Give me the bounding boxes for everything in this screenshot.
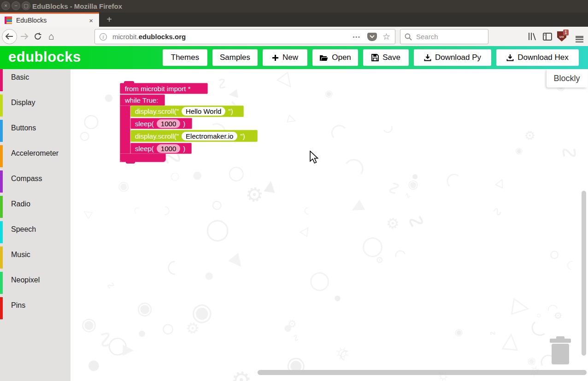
plus-icon — [272, 54, 279, 61]
category-color-strip — [0, 272, 3, 294]
sidebar-item-display[interactable]: Display — [0, 94, 71, 120]
sidebar-item-accelerometer[interactable]: Accelerometer — [0, 145, 71, 170]
block-sleep-2[interactable]: sleep( 1000 ) — [130, 143, 192, 154]
vertical-scrollbar[interactable] — [582, 191, 586, 356]
block-sleep-1[interactable]: sleep( 1000 ) — [130, 118, 192, 129]
category-color-strip — [0, 145, 3, 167]
edublocks-header: edublocks Themes Samples New Open Save D… — [0, 46, 588, 69]
library-icon[interactable] — [525, 27, 539, 46]
home-button[interactable]: ⌂ — [45, 27, 57, 46]
category-color-strip — [0, 297, 3, 319]
search-icon — [405, 33, 412, 41]
sidebar-item-neopixel[interactable]: Neopixel — [0, 272, 71, 297]
blockly-workspace[interactable]: ☼△◉∿⚙◯◯⚙∿●⚙∿◯▲⚙⚙◡○∿◡◉●△◡◉◉◠◯∿▲▲◯∿◯◉○◉⚙∿◡… — [71, 69, 588, 381]
menu-hamburger-icon[interactable] — [572, 27, 587, 46]
folder-open-icon — [319, 54, 328, 61]
browser-tab-edublocks[interactable]: EduBlocks × — [0, 12, 99, 27]
download-icon — [506, 54, 514, 61]
themes-button[interactable]: Themes — [163, 49, 207, 66]
site-info-icon[interactable]: i — [100, 33, 107, 41]
window-close-button[interactable]: × — [1, 1, 10, 10]
pocket-icon[interactable] — [367, 33, 377, 41]
sleep-duration-input-1[interactable]: 1000 — [157, 119, 180, 128]
bookmark-star-icon[interactable]: ☆ — [382, 31, 390, 42]
tab-close-icon[interactable]: × — [88, 17, 94, 24]
header-button-row: Themes Samples New Open Save Download Py… — [163, 49, 579, 66]
while-block-foot[interactable] — [120, 153, 166, 162]
browser-navigation-bar: ⌂ i microbit.edublocks.org ••• ☆ Search … — [0, 27, 588, 46]
sidebar-item-radio[interactable]: Radio — [0, 196, 71, 221]
page-actions-icon[interactable]: ••• — [353, 34, 361, 40]
block-while-true[interactable]: while True: — [120, 94, 165, 106]
tab-title: EduBlocks — [16, 17, 88, 24]
download-py-button[interactable]: Download Py — [414, 49, 491, 66]
new-button[interactable]: New — [263, 49, 307, 66]
browser-tab-bar: EduBlocks × + — [0, 12, 588, 27]
block-category-sidebar: Basic Display Buttons Accelerometer Comp… — [0, 69, 71, 381]
category-color-strip — [0, 196, 3, 218]
back-button[interactable] — [1, 27, 18, 46]
sidebar-item-speech[interactable]: Speech — [0, 221, 71, 246]
url-text: microbit.edublocks.org — [112, 33, 353, 41]
category-color-strip — [0, 246, 3, 269]
sidebar-toggle-icon[interactable] — [541, 27, 554, 46]
category-color-strip — [0, 69, 3, 91]
search-input[interactable]: Search — [400, 29, 488, 44]
blockly-view-tab[interactable]: Blockly — [547, 69, 587, 88]
search-placeholder: Search — [416, 33, 438, 41]
forward-button[interactable] — [18, 27, 30, 46]
display-scroll-input-1[interactable]: Hello World — [182, 107, 225, 116]
download-hex-button[interactable]: Download Hex — [496, 49, 579, 66]
new-tab-button[interactable]: + — [102, 12, 116, 27]
block-import-microbit[interactable]: from microbit import * — [120, 83, 208, 94]
window-maximize-button[interactable]: ▢ — [22, 1, 30, 10]
category-color-strip — [0, 170, 3, 193]
open-button[interactable]: Open — [312, 49, 358, 66]
back-icon — [2, 29, 17, 44]
edublocks-logo: edublocks — [8, 49, 81, 65]
window-minimize-button[interactable]: − — [12, 1, 20, 10]
download-icon — [424, 54, 431, 61]
sleep-duration-input-2[interactable]: 1000 — [157, 144, 180, 153]
block-display-scroll-2[interactable]: display.scroll(" Electromaker.io ") — [130, 130, 258, 142]
category-color-strip — [0, 120, 3, 142]
trash-can-icon[interactable] — [550, 339, 571, 364]
url-bar[interactable]: i microbit.edublocks.org ••• ☆ — [94, 29, 395, 44]
display-scroll-input-2[interactable]: Electromaker.io — [182, 132, 237, 141]
category-color-strip — [0, 94, 3, 117]
sidebar-item-music[interactable]: Music — [0, 246, 71, 272]
window-title: EduBlocks - Mozilla Firefox — [32, 2, 122, 10]
edublocks-favicon-icon — [5, 17, 12, 24]
ublock-badge-count: 1 — [563, 29, 569, 35]
save-button[interactable]: Save — [363, 49, 409, 66]
mouse-cursor — [310, 151, 321, 165]
sidebar-item-compass[interactable]: Compass — [0, 170, 71, 196]
samples-button[interactable]: Samples — [212, 49, 258, 66]
horizontal-scrollbar[interactable] — [258, 370, 587, 375]
sidebar-item-basic[interactable]: Basic — [0, 69, 71, 94]
category-color-strip — [0, 221, 3, 243]
block-display-scroll-1[interactable]: display.scroll(" Hello World ") — [130, 106, 244, 117]
save-icon — [371, 54, 379, 61]
sidebar-item-pins[interactable]: Pins — [0, 297, 71, 322]
sidebar-item-buttons[interactable]: Buttons — [0, 120, 71, 145]
reload-button[interactable] — [32, 27, 44, 46]
os-title-bar: × − ▢ EduBlocks - Mozilla Firefox — [0, 0, 588, 12]
